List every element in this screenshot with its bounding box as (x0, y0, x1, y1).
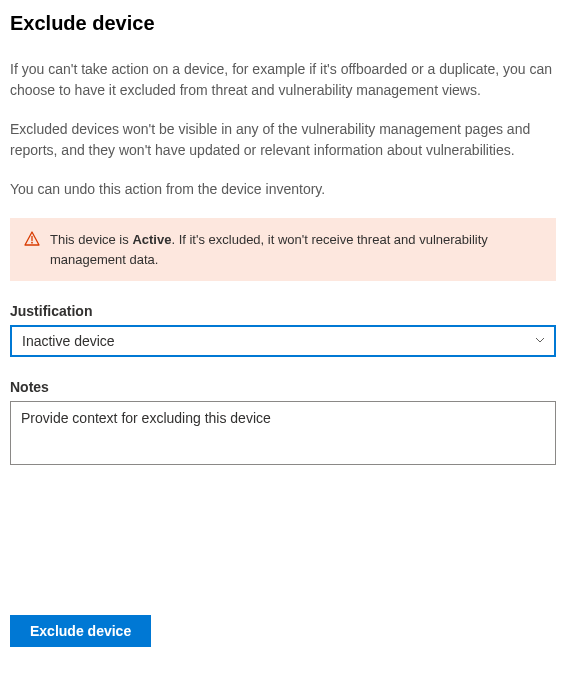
intro-paragraph-3: You can undo this action from the device… (10, 179, 556, 200)
svg-point-1 (31, 242, 33, 244)
justification-select[interactable]: Inactive device (10, 325, 556, 357)
notes-textarea[interactable] (10, 401, 556, 465)
warning-alert: This device is Active. If it's excluded,… (10, 218, 556, 281)
warning-bold: Active (132, 232, 171, 247)
warning-text: This device is Active. If it's excluded,… (50, 230, 542, 269)
exclude-device-button[interactable]: Exclude device (10, 615, 151, 647)
intro-paragraph-1: If you can't take action on a device, fo… (10, 59, 556, 101)
page-title: Exclude device (10, 12, 556, 35)
justification-select-wrap: Inactive device (10, 325, 556, 357)
warning-prefix: This device is (50, 232, 132, 247)
notes-label: Notes (10, 379, 556, 395)
intro-paragraph-2: Excluded devices won't be visible in any… (10, 119, 556, 161)
footer: Exclude device (10, 615, 151, 647)
warning-icon (24, 231, 40, 247)
justification-label: Justification (10, 303, 556, 319)
